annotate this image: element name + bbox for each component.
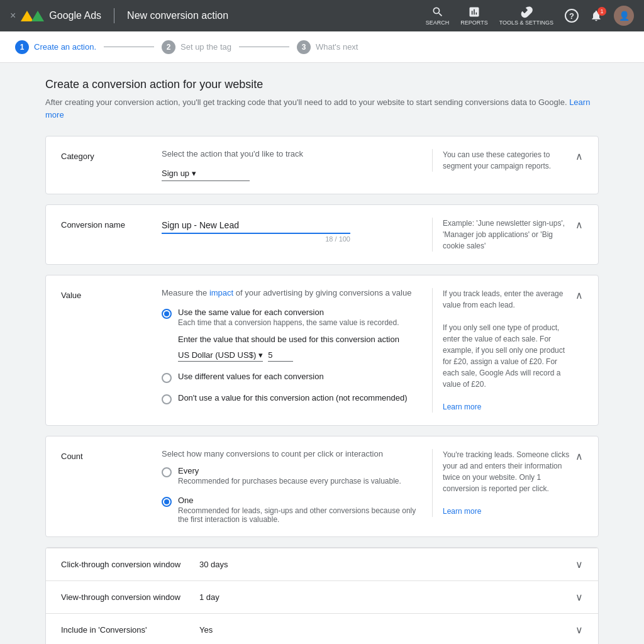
conversion-name-hint: Example: 'June newsletter sign-ups', 'Ma… bbox=[432, 218, 570, 252]
value-body: Measure the impact of your advertising b… bbox=[162, 288, 432, 404]
category-body: Select the action that you'd like to tra… bbox=[162, 149, 432, 181]
include-conversions-value: Yes bbox=[199, 625, 575, 635]
main-content: Create a conversion action for your webs… bbox=[20, 63, 624, 644]
click-through-chevron: ∨ bbox=[575, 558, 583, 570]
value-option-different: Use different values for each conversion bbox=[162, 372, 422, 383]
help-button[interactable]: ? bbox=[565, 9, 579, 23]
value-option-same-item: Use the same value for each conversion E… bbox=[162, 308, 422, 327]
value-radio-same[interactable] bbox=[162, 309, 172, 319]
char-count: 18 / 100 bbox=[162, 235, 350, 243]
category-selected-value: Sign up bbox=[162, 169, 189, 178]
user-avatar[interactable]: 👤 bbox=[614, 6, 634, 26]
help-icon: ? bbox=[565, 9, 579, 23]
value-section: Value Measure the impact of your adverti… bbox=[45, 275, 599, 426]
conversion-name-body: 18 / 100 bbox=[162, 218, 432, 243]
top-nav: × Google Ads New conversion action SEARC… bbox=[0, 0, 644, 31]
value-option-none: Don't use a value for this conversion ac… bbox=[162, 393, 422, 404]
value-radio-none[interactable] bbox=[162, 394, 172, 404]
value-collapse-icon[interactable]: ∧ bbox=[575, 288, 583, 301]
click-through-value: 30 days bbox=[199, 560, 575, 569]
category-section: Category Select the action that you'd li… bbox=[45, 136, 599, 194]
count-option-one: One Recommended for leads, sign-ups and … bbox=[162, 496, 422, 524]
category-label: Category bbox=[61, 149, 162, 161]
include-conversions-label: Include in 'Conversions' bbox=[61, 625, 199, 635]
tools-nav-button[interactable]: TOOLS & SETTINGS bbox=[499, 6, 553, 26]
category-dropdown[interactable]: Sign up ▾ bbox=[162, 166, 250, 181]
google-ads-text: Google Ads bbox=[49, 10, 101, 21]
count-option-every-label: Every bbox=[178, 466, 401, 475]
value-option-same-sub: Each time that a conversion happens, the… bbox=[178, 318, 399, 327]
step-1: 1 Create an action. bbox=[15, 40, 96, 54]
conversion-name-label: Conversion name bbox=[61, 218, 162, 230]
count-section: Count Select how many conversions to cou… bbox=[45, 436, 599, 537]
count-radio-every[interactable] bbox=[162, 467, 172, 477]
category-hint: You can use these categories to segment … bbox=[432, 149, 570, 172]
step-3-circle: 3 bbox=[297, 40, 311, 54]
step-1-label: Create an action. bbox=[34, 42, 96, 52]
count-label: Count bbox=[61, 449, 162, 461]
count-learn-more-link[interactable]: Learn more bbox=[443, 507, 481, 516]
category-prompt: Select the action that you'd like to tra… bbox=[162, 149, 422, 158]
currency-dropdown[interactable]: US Dollar (USD US$) ▾ bbox=[178, 349, 263, 362]
category-collapse-icon[interactable]: ∧ bbox=[575, 149, 583, 162]
include-conversions-chevron: ∨ bbox=[575, 624, 583, 636]
page-heading: Create a conversion action for your webs… bbox=[45, 78, 599, 91]
count-option-one-sub: Recommended for leads, sign-ups and othe… bbox=[178, 506, 422, 524]
value-input-row: US Dollar (USD US$) ▾ bbox=[178, 349, 422, 362]
view-through-row[interactable]: View-through conversion window 1 day ∨ bbox=[46, 580, 598, 613]
value-row: Value Measure the impact of your adverti… bbox=[46, 275, 598, 425]
search-label: SEARCH bbox=[426, 19, 450, 26]
step-bar: 1 Create an action. 2 Set up the tag 3 W… bbox=[0, 31, 644, 63]
google-ads-logo: Google Ads bbox=[21, 10, 101, 21]
step-2: 2 Set up the tag bbox=[162, 40, 231, 54]
view-through-value: 1 day bbox=[199, 592, 575, 602]
include-conversions-row[interactable]: Include in 'Conversions' Yes ∨ bbox=[46, 613, 598, 644]
search-nav-button[interactable]: SEARCH bbox=[426, 6, 450, 26]
page-title: New conversion action bbox=[127, 10, 228, 21]
count-option-every-sub: Recommended for purchases because every … bbox=[178, 477, 401, 486]
category-dropdown-arrow: ▾ bbox=[192, 169, 196, 178]
count-collapse-icon[interactable]: ∧ bbox=[575, 449, 583, 462]
value-option-different-label: Use different values for each conversion bbox=[178, 372, 324, 381]
value-input-area: Enter the value that should be used for … bbox=[178, 335, 422, 362]
value-radio-group: Use the same value for each conversion E… bbox=[162, 308, 422, 404]
count-hint: You're tracking leads. Someone clicks yo… bbox=[432, 449, 570, 517]
step-connector-2 bbox=[239, 47, 289, 47]
step-2-circle: 2 bbox=[162, 40, 175, 54]
nav-icons: SEARCH REPORTS TOOLS & SETTINGS ? 1 👤 bbox=[426, 6, 634, 26]
category-row: Category Select the action that you'd li… bbox=[46, 136, 598, 194]
step-2-label: Set up the tag bbox=[180, 42, 231, 52]
page-desc: After creating your conversion action, y… bbox=[45, 96, 599, 121]
count-radio-one[interactable] bbox=[162, 497, 172, 507]
value-amount-input[interactable] bbox=[268, 349, 293, 362]
step-1-circle: 1 bbox=[15, 40, 29, 54]
count-option-one-label: One bbox=[178, 496, 422, 505]
count-row: Count Select how many conversions to cou… bbox=[46, 436, 598, 536]
count-body: Select how many conversions to count per… bbox=[162, 449, 432, 524]
collapsed-settings-card: Click-through conversion window 30 days … bbox=[45, 547, 599, 644]
conversion-name-row: Conversion name 18 / 100 Example: 'June … bbox=[46, 205, 598, 264]
value-option-same-label: Use the same value for each conversion bbox=[178, 308, 399, 317]
count-prompt: Select how many conversions to count per… bbox=[162, 449, 422, 458]
value-radio-different[interactable] bbox=[162, 373, 172, 383]
view-through-chevron: ∨ bbox=[575, 591, 583, 603]
value-option-none-label: Don't use a value for this conversion ac… bbox=[178, 393, 408, 402]
reports-nav-button[interactable]: REPORTS bbox=[460, 6, 487, 26]
currency-label: US Dollar (USD US$) bbox=[178, 350, 256, 360]
notifications-button[interactable]: 1 bbox=[590, 9, 602, 22]
value-input-label: Enter the value that should be used for … bbox=[178, 335, 422, 344]
click-through-row[interactable]: Click-through conversion window 30 days … bbox=[46, 548, 598, 580]
logo-triangle-green bbox=[31, 11, 44, 21]
view-through-label: View-through conversion window bbox=[61, 592, 199, 602]
step-connector-1 bbox=[104, 47, 154, 47]
value-learn-more-link[interactable]: Learn more bbox=[443, 402, 481, 411]
conversion-name-input[interactable] bbox=[162, 218, 350, 234]
logo-area: × Google Ads New conversion action bbox=[10, 8, 228, 23]
value-prompt: Measure the impact of your advertising b… bbox=[162, 288, 422, 297]
value-label: Value bbox=[61, 288, 162, 300]
value-hint: If you track leads, enter the average va… bbox=[432, 288, 570, 413]
conversion-name-collapse-icon[interactable]: ∧ bbox=[575, 218, 583, 231]
close-icon[interactable]: × bbox=[10, 10, 16, 21]
count-option-every: Every Recommended for purchases because … bbox=[162, 466, 422, 486]
step-3-label: What's next bbox=[316, 42, 358, 52]
